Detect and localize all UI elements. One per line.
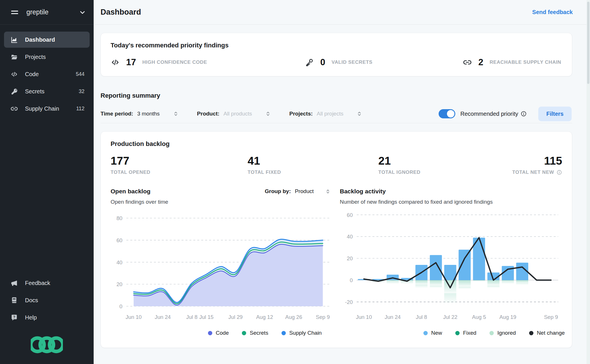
backlog-activity-chart-section: Backlog activity Number of new findings … xyxy=(340,188,562,336)
priority-stats-row: 17 HIGH CONFIDENCE CODE 0 VALID SECRETS xyxy=(111,57,562,68)
sidebar-item-dashboard[interactable]: Dashboard xyxy=(4,32,90,48)
total-label: TOTAL FIXED xyxy=(248,170,378,175)
content: Today's recommended priority findings 17… xyxy=(94,25,590,364)
area-chart-svg: 020406080Jun 10Jun 24Jul 8Jul 15Jul 29Au… xyxy=(111,207,333,322)
svg-text:Jun 10: Jun 10 xyxy=(126,314,142,320)
projects-select[interactable]: Projects: All projects xyxy=(289,111,362,117)
top-bar: Dashboard Send feedback xyxy=(94,0,590,25)
stat-value: 17 xyxy=(126,57,136,68)
legend-dot xyxy=(489,331,494,335)
sidebar-item-secrets[interactable]: Secrets 32 xyxy=(4,83,90,99)
divider xyxy=(101,123,572,123)
total-label: TOTAL IGNORED xyxy=(378,170,512,175)
open-backlog-legend: Code Secrets Supply Chain xyxy=(154,330,376,336)
svg-text:Jul 29: Jul 29 xyxy=(228,314,243,320)
info-icon[interactable] xyxy=(520,111,527,117)
key-icon xyxy=(10,88,18,95)
svg-text:20: 20 xyxy=(116,281,122,287)
backlog-card-title: Production backlog xyxy=(111,140,562,148)
open-backlog-title: Open backlog xyxy=(111,188,151,195)
sidebar-item-label: Supply Chain xyxy=(25,105,59,112)
svg-text:Jun 10: Jun 10 xyxy=(356,314,372,320)
svg-text:60: 60 xyxy=(347,212,353,218)
sidebar-item-label: Docs xyxy=(25,297,38,304)
legend-label: Fixed xyxy=(463,330,476,336)
sidebar-item-projects[interactable]: Projects xyxy=(4,49,90,65)
filter-label: Time period: xyxy=(101,111,133,117)
time-period-select[interactable]: Time period: 3 months xyxy=(101,111,179,117)
svg-text:Jun 24: Jun 24 xyxy=(385,314,401,320)
stat-label: VALID SECRETS xyxy=(331,59,373,65)
stat-valid-secrets[interactable]: 0 VALID SECRETS xyxy=(305,57,463,68)
scrollbar-thumb[interactable] xyxy=(587,2,589,84)
sidebar-nav: Dashboard Projects Code 544 xyxy=(0,25,94,118)
page-title: Dashboard xyxy=(101,8,141,17)
code-icon xyxy=(10,70,18,78)
svg-text:Jul 22: Jul 22 xyxy=(443,314,458,320)
stat-reachable-supply-chain[interactable]: 2 REACHABLE SUPPLY CHAIN xyxy=(463,57,562,68)
filter-value: All projects xyxy=(317,111,344,117)
product-select[interactable]: Product: All products xyxy=(197,111,271,117)
backlog-activity-title: Backlog activity xyxy=(340,188,386,195)
greptile-logo xyxy=(4,327,90,357)
svg-text:Aug 5: Aug 5 xyxy=(472,314,486,320)
group-by-select[interactable]: Group by: Product xyxy=(265,188,333,194)
legend-dot xyxy=(455,331,460,335)
code-icon xyxy=(111,58,120,67)
sidebar-item-help[interactable]: ? Help xyxy=(4,309,90,326)
stat-high-confidence-code[interactable]: 17 HIGH CONFIDENCE CODE xyxy=(111,57,305,68)
send-feedback-link[interactable]: Send feedback xyxy=(532,9,573,16)
backlog-activity-chart: -200204060Jun 10Jun 24Jul 8Jul 22Aug 5Au… xyxy=(340,207,562,322)
unfold-chevrons-icon xyxy=(356,111,362,117)
svg-text:Aug 26: Aug 26 xyxy=(285,314,302,320)
stat-value: 0 xyxy=(320,57,325,68)
svg-text:20: 20 xyxy=(347,255,353,261)
svg-text:0: 0 xyxy=(119,303,122,309)
book-icon xyxy=(10,296,18,304)
bar-chart-svg: -200204060Jun 10Jun 24Jul 8Jul 22Aug 5Au… xyxy=(340,207,562,322)
unfold-chevrons-icon xyxy=(265,111,271,117)
sidebar-item-code[interactable]: Code 544 xyxy=(4,66,90,82)
help-bubble-icon: ? xyxy=(10,314,18,321)
app-root: greptile Dashboard Projects xyxy=(0,0,590,364)
legend-item-secrets: Secrets xyxy=(242,330,268,336)
open-backlog-subtitle: Open findings over time xyxy=(111,199,333,205)
legend-dot xyxy=(529,331,533,335)
legend-item-fixed: Fixed xyxy=(455,330,476,336)
legend-item-net-change: Net change xyxy=(529,330,565,336)
legend-label: Net change xyxy=(537,330,565,336)
filter-row: Time period: 3 months Product: All produ… xyxy=(101,106,572,121)
open-backlog-chart-section: Open backlog Group by: Product Open find… xyxy=(111,188,333,336)
sidebar-item-count: 112 xyxy=(76,106,84,112)
svg-text:Jul 8: Jul 8 xyxy=(186,314,197,320)
svg-text:-20: -20 xyxy=(345,299,353,305)
recommended-priority-toggle[interactable] xyxy=(439,109,455,118)
total-ignored: 21 TOTAL IGNORED xyxy=(378,155,512,175)
legend-item-new: New xyxy=(423,330,442,336)
hamburger-menu-icon[interactable] xyxy=(10,8,19,17)
total-label: TOTAL NET NEW xyxy=(512,170,554,175)
workspace-name: greptile xyxy=(26,8,49,16)
info-icon[interactable] xyxy=(556,170,562,175)
filter-right-controls: Recommended priority Filters xyxy=(439,107,572,121)
svg-text:40: 40 xyxy=(116,259,122,265)
sidebar-item-docs[interactable]: Docs xyxy=(4,292,90,308)
legend-label: Code xyxy=(216,330,229,336)
link-icon xyxy=(463,58,472,67)
svg-text:?: ? xyxy=(13,315,16,319)
sidebar-item-supply-chain[interactable]: Supply Chain 112 xyxy=(4,101,90,117)
sidebar-item-feedback[interactable]: Feedback xyxy=(4,275,90,291)
scrollbar[interactable] xyxy=(587,0,590,364)
legend-label: Supply Chain xyxy=(289,330,322,336)
filters-button[interactable]: Filters xyxy=(538,107,572,121)
svg-text:Jul 8: Jul 8 xyxy=(416,314,427,320)
workspace-switcher[interactable]: greptile xyxy=(0,0,94,25)
legend-item-supply-chain: Supply Chain xyxy=(281,330,322,336)
svg-text:Aug 12: Aug 12 xyxy=(256,314,273,320)
legend-label: Secrets xyxy=(250,330,268,336)
key-icon xyxy=(305,58,314,67)
backlog-activity-legend: New Fixed Ignored xyxy=(383,330,590,336)
filter-value: 3 months xyxy=(137,111,160,117)
sidebar: greptile Dashboard Projects xyxy=(0,0,94,364)
filter-label: Product: xyxy=(197,111,219,117)
